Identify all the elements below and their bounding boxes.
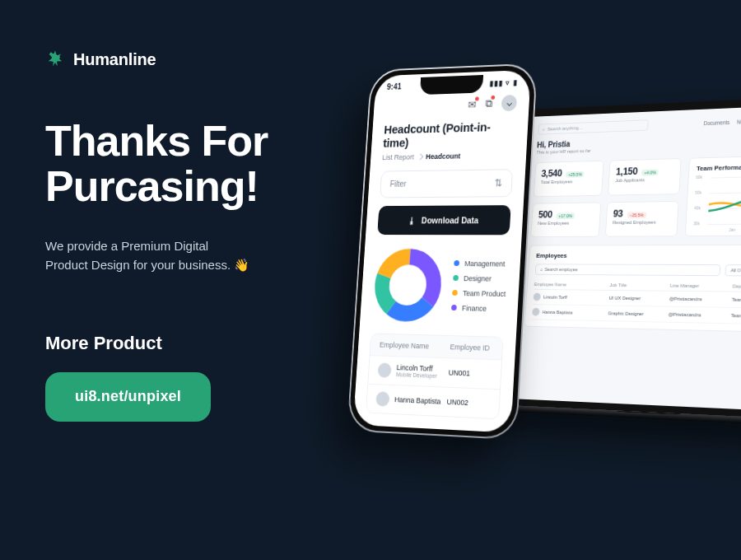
brand-name: Humanline [73, 50, 156, 69]
phone-employee-table: Employee Name Employee ID Lincoln TorffM… [366, 333, 504, 419]
status-time: 9:41 [387, 82, 402, 91]
stat-new-employees: 500 +17.0% New Employees [530, 202, 601, 237]
stat-delta: +17.0% [557, 212, 575, 219]
donut-legend: Management Designer Team Product Finance [451, 259, 508, 313]
cta-label: ui8.net/unpixel [75, 388, 181, 405]
chevron-right-icon [417, 153, 423, 160]
brand-asterisk-icon [45, 49, 65, 69]
stat-job-applicants: 1,150 +4.0% Job Applicants [608, 158, 682, 195]
subheadline: We provide a Premium Digital Product Des… [45, 236, 301, 275]
phone-page-title: Headcount (Point-in- time) [383, 119, 516, 151]
download-data-button[interactable]: ⭳ Download Data [377, 205, 510, 235]
topnav-news[interactable]: News [737, 119, 741, 125]
employees-table: Employee Name Job Title Line Manager Dep… [532, 279, 741, 326]
stat-delta: +25.5% [566, 171, 585, 178]
headcount-donut-chart [371, 247, 444, 323]
avatar [375, 391, 389, 407]
stat-delta: −25.5% [627, 212, 646, 218]
performance-title: Team Performance [697, 163, 741, 172]
stat-delta: +4.0% [641, 170, 659, 176]
legend-swatch-icon [453, 275, 459, 281]
dashboard-stats: 3,540 +25.5% Total Employees 1,150 +4.0%… [530, 158, 682, 237]
avatar [532, 308, 539, 316]
search-icon: ⌕ [543, 127, 546, 132]
headline-line1: Thanks For [45, 117, 268, 165]
filter-offices[interactable]: All Offices [725, 264, 741, 276]
table-row[interactable]: Hanna Baptista UN002 [366, 383, 500, 418]
legend-swatch-icon [454, 260, 459, 266]
cta-button[interactable]: ui8.net/unpixel [45, 372, 211, 422]
search-icon: ⌕ [540, 267, 543, 272]
legend-swatch-icon [452, 290, 458, 296]
phone-mockup: 9:41 ▮▮▮ ▿ ▮ ✉ ⧉ Headcount (Point-in- ti… [347, 63, 538, 441]
topnav-documents[interactable]: Documents [703, 119, 729, 126]
status-icons: ▮▮▮ ▿ ▮ [489, 78, 518, 87]
dashboard-topnav: Documents News Payslip Report [703, 116, 741, 125]
brand: Humanline [45, 49, 342, 69]
headline-line2: Purcasing! [45, 162, 259, 210]
sliders-icon: ⇅ [494, 177, 502, 189]
filter-button[interactable]: Filter ⇅ [380, 169, 513, 198]
breadcrumb-current: Headcount [426, 152, 461, 161]
mail-icon[interactable]: ✉ [468, 98, 477, 110]
headline: Thanks For Purcasing! [45, 119, 342, 208]
performance-chart: 60k 50k 40k 30k Jan Feb [693, 171, 741, 232]
dashboard-search-input[interactable]: ⌕ Search anything… [538, 119, 649, 134]
team-performance-card: Team Performance Project Team Product Te… [685, 152, 741, 236]
bell-icon[interactable]: ⧉ [485, 97, 492, 110]
table-row[interactable]: Hanna Baptista Graphic Designer @Pristia… [532, 305, 741, 327]
avatar [533, 293, 540, 301]
legend-swatch-icon [451, 305, 457, 310]
employees-card: Employees ⌕Search employee All Offices A… [524, 244, 741, 334]
download-icon: ⭳ [408, 215, 417, 225]
breadcrumb: List Report Headcount [382, 151, 514, 161]
employees-search-input[interactable]: ⌕Search employee [535, 264, 720, 276]
avatar [377, 362, 391, 377]
stat-resigned: 93 −25.5% Resigned Employees [605, 200, 679, 236]
chevron-down-icon [506, 100, 512, 106]
breadcrumb-parent[interactable]: List Report [382, 152, 414, 161]
stat-total-employees: 3,540 +25.5% Total Employees [534, 161, 604, 197]
phone-notch [420, 75, 483, 95]
more-product-label: More Product [45, 333, 342, 354]
avatar[interactable] [501, 95, 517, 111]
employees-title: Employees [536, 252, 741, 259]
